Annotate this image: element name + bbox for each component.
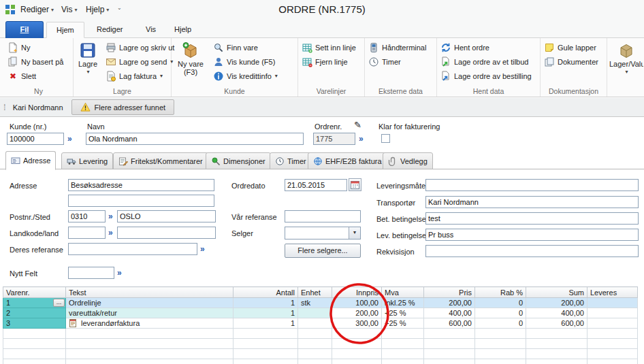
tab-hjelp[interactable]: Hjelp bbox=[165, 22, 201, 38]
cell-rab[interactable]: 0 bbox=[475, 308, 526, 318]
chevron-down-icon[interactable]: ▾ bbox=[349, 227, 360, 239]
cell-leveres[interactable] bbox=[587, 308, 638, 318]
cell-empty[interactable] bbox=[298, 339, 332, 349]
row-lookup-button[interactable]: ... bbox=[53, 299, 65, 307]
cell-mva[interactable]: +25 % bbox=[382, 318, 424, 329]
lev-betingelse-input[interactable] bbox=[425, 229, 639, 241]
find-product-button[interactable]: Finn vare bbox=[211, 41, 280, 54]
cell-leveres[interactable] bbox=[587, 318, 638, 329]
cell-empty[interactable] bbox=[332, 329, 382, 339]
cell-empty[interactable] bbox=[3, 339, 66, 349]
nytt-felt-input[interactable] bbox=[68, 267, 114, 279]
delete-button[interactable]: ✖ Slett bbox=[5, 69, 65, 82]
cell-empty[interactable] bbox=[475, 329, 526, 339]
cell-tekst[interactable]: vareuttak/retur bbox=[66, 308, 234, 318]
cell-enhet[interactable] bbox=[298, 318, 332, 329]
cell-enhet[interactable]: stk bbox=[298, 298, 332, 308]
pencil-icon[interactable]: ✎ bbox=[354, 120, 361, 130]
cell-empty[interactable] bbox=[234, 359, 298, 364]
cell-empty[interactable] bbox=[332, 359, 382, 364]
credit-info-button[interactable]: Vis kredittinfo ▾ bbox=[211, 69, 280, 82]
cell-empty[interactable] bbox=[332, 339, 382, 349]
show-customer-button[interactable]: Vis kunde (F5) bbox=[211, 55, 280, 68]
col-header-mva[interactable]: Mva bbox=[382, 287, 424, 298]
cell-innpris[interactable]: 300,00 bbox=[332, 318, 382, 329]
cell-empty[interactable] bbox=[424, 339, 475, 349]
cell-innpris[interactable]: 200,00 bbox=[332, 308, 382, 318]
cell-leveres[interactable] bbox=[587, 298, 638, 308]
handheld-terminal-button[interactable]: Håndterminal bbox=[366, 41, 428, 54]
deres-referanse-lookup-chevrons[interactable]: » bbox=[200, 244, 204, 254]
tab-timer[interactable]: Timer bbox=[270, 152, 312, 169]
cell-empty[interactable] bbox=[475, 359, 526, 364]
col-header-pris[interactable]: Pris bbox=[424, 287, 475, 298]
cell-rab[interactable]: 0 bbox=[475, 318, 526, 329]
cell-pris[interactable]: 400,00 bbox=[424, 308, 475, 318]
tab-adresse[interactable]: Adresse bbox=[5, 151, 56, 170]
cell-empty[interactable] bbox=[234, 349, 298, 359]
multiple-addresses-warning[interactable]: Flere adresser funnet bbox=[71, 99, 175, 115]
documents-button[interactable]: Dokumenter bbox=[542, 55, 600, 68]
new-based-on-button[interactable]: Ny basert på bbox=[5, 55, 65, 68]
cell-empty[interactable] bbox=[234, 339, 298, 349]
new-product-button[interactable]: Ny vare (F3) bbox=[173, 40, 208, 76]
create-invoice-button[interactable]: Lag faktura ▾ bbox=[103, 69, 176, 82]
cell-empty[interactable] bbox=[382, 349, 424, 359]
rekvisisjon-input[interactable] bbox=[425, 245, 639, 257]
cell-empty[interactable] bbox=[3, 349, 66, 359]
cell-innpris[interactable]: 100,00 bbox=[332, 298, 382, 308]
land-input[interactable] bbox=[117, 227, 216, 239]
contact-name-label[interactable]: Kari Nordmann bbox=[12, 103, 71, 112]
cell-empty[interactable] bbox=[234, 329, 298, 339]
leveringsmate-input[interactable] bbox=[425, 179, 639, 191]
col-header-rab[interactable]: Rab % bbox=[475, 287, 526, 298]
col-header-innpris[interactable]: Innpris bbox=[332, 287, 382, 298]
bet-betingelse-input[interactable] bbox=[425, 212, 639, 225]
cell-empty[interactable] bbox=[587, 339, 638, 349]
cell-empty[interactable] bbox=[475, 349, 526, 359]
calendar-button[interactable] bbox=[349, 178, 361, 191]
tab-vedlegg[interactable]: Vedlegg bbox=[383, 152, 433, 169]
save-and-send-button[interactable]: Lagre og send ▾ bbox=[103, 55, 176, 68]
cell-empty[interactable] bbox=[66, 349, 234, 359]
cell-empty[interactable] bbox=[526, 329, 587, 339]
landkode-input[interactable] bbox=[68, 227, 106, 239]
cell-empty[interactable] bbox=[424, 359, 475, 364]
save-button[interactable]: Lagre ▾ bbox=[74, 40, 101, 75]
insert-line-button[interactable]: Sett inn linje bbox=[300, 41, 358, 54]
kunde-nr-input[interactable] bbox=[7, 133, 64, 145]
flere-selgere-button[interactable]: Flere selgere... bbox=[285, 244, 361, 258]
col-header-leveres[interactable]: Leveres bbox=[587, 287, 638, 298]
adresse-line2-input[interactable] bbox=[68, 195, 214, 207]
selger-dropdown[interactable]: ▾ bbox=[285, 227, 361, 239]
klar-for-fakturering-checkbox[interactable] bbox=[381, 134, 390, 143]
postnr-input[interactable] bbox=[68, 210, 106, 222]
postnr-lookup-chevrons[interactable]: » bbox=[108, 212, 112, 221]
cell-rab[interactable]: 0 bbox=[475, 298, 526, 308]
tab-ehf-e2b-faktura[interactable]: EHF/E2B faktura bbox=[308, 152, 387, 169]
cell-empty[interactable] bbox=[424, 329, 475, 339]
cell-sum[interactable]: 200,00 bbox=[526, 298, 587, 308]
tab-vis[interactable]: Vis bbox=[136, 22, 165, 38]
cell-varenr[interactable]: 2 bbox=[3, 308, 66, 318]
cell-empty[interactable] bbox=[66, 359, 234, 364]
ordrenr-lookup-chevrons[interactable]: » bbox=[359, 134, 363, 144]
cell-empty[interactable] bbox=[66, 339, 234, 349]
cell-empty[interactable] bbox=[475, 339, 526, 349]
cell-empty[interactable] bbox=[526, 339, 587, 349]
tab-hjem[interactable]: Hjem bbox=[46, 22, 84, 38]
cell-antall[interactable]: 1 bbox=[234, 298, 298, 308]
adresse-line1-input[interactable] bbox=[68, 179, 214, 191]
cell-varenr[interactable]: 1 ... bbox=[3, 298, 66, 308]
cell-empty[interactable] bbox=[298, 359, 332, 364]
cell-empty[interactable] bbox=[526, 359, 587, 364]
cell-empty[interactable] bbox=[382, 329, 424, 339]
sticky-notes-button[interactable]: Gule lapper bbox=[542, 41, 600, 54]
cell-empty[interactable] bbox=[298, 329, 332, 339]
fetch-order-button[interactable]: Hent ordre bbox=[438, 41, 534, 54]
tab-fil[interactable]: Fil bbox=[5, 21, 44, 38]
cell-empty[interactable] bbox=[526, 349, 587, 359]
cell-empty[interactable] bbox=[298, 349, 332, 359]
col-header-tekst[interactable]: Tekst bbox=[66, 287, 234, 298]
remove-line-button[interactable]: Fjern linje bbox=[300, 55, 358, 68]
